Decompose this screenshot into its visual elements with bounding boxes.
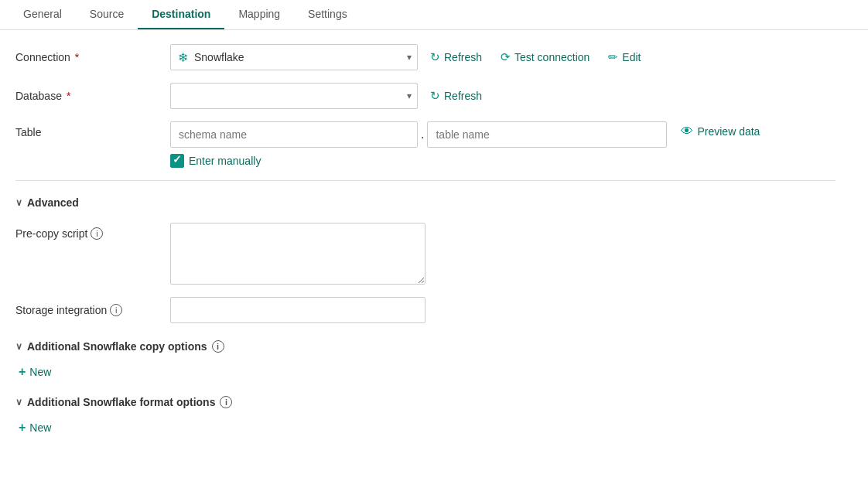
- test-connection-icon: ⟳: [501, 50, 511, 64]
- enter-manually-row: Enter manually: [170, 154, 766, 168]
- database-select[interactable]: [170, 83, 418, 109]
- preview-data-button[interactable]: 👁 Preview data: [675, 121, 766, 142]
- database-refresh-button[interactable]: ↻ Refresh: [424, 86, 488, 106]
- database-label: Database *: [15, 90, 170, 102]
- pre-copy-info-icon: i: [91, 227, 103, 240]
- copy-options-header[interactable]: ∨ Additional Snowflake copy options i: [15, 336, 836, 357]
- copy-options-chevron-icon: ∨: [15, 341, 22, 352]
- advanced-chevron-icon: ∨: [15, 197, 22, 208]
- connection-refresh-button[interactable]: ↻ Refresh: [424, 47, 488, 67]
- format-options-add-row: + New: [19, 418, 836, 438]
- tab-bar: General Source Destination Mapping Setti…: [0, 0, 868, 30]
- table-label: Table: [15, 121, 170, 138]
- connection-select-wrapper: ❄ Snowflake ▾: [170, 44, 418, 70]
- refresh-icon: ↻: [430, 50, 440, 64]
- connection-select[interactable]: Snowflake: [170, 44, 418, 70]
- format-options-section: ∨ Additional Snowflake format options i …: [15, 391, 836, 438]
- copy-options-section: ∨ Additional Snowflake copy options i + …: [15, 336, 836, 382]
- database-controls: ▾ ↻ Refresh: [170, 83, 488, 109]
- enter-manually-label[interactable]: Enter manually: [189, 155, 261, 167]
- tab-general[interactable]: General: [9, 0, 76, 29]
- format-options-new-button[interactable]: + New: [19, 418, 57, 438]
- test-connection-button[interactable]: ⟳ Test connection: [494, 47, 596, 67]
- advanced-section: ∨ Advanced Pre-copy script i Storage int…: [15, 192, 836, 438]
- table-name-input[interactable]: [427, 121, 667, 148]
- advanced-header[interactable]: ∨ Advanced: [15, 192, 836, 213]
- format-options-plus-icon: +: [19, 421, 26, 435]
- storage-integration-info-icon: i: [110, 304, 122, 316]
- tab-source[interactable]: Source: [76, 0, 138, 29]
- table-controls: . 👁 Preview data Enter manually: [170, 121, 766, 168]
- tab-destination[interactable]: Destination: [138, 0, 224, 29]
- pre-copy-row: Pre-copy script i: [15, 223, 836, 285]
- database-row: Database * ▾ ↻ Refresh: [15, 83, 836, 109]
- database-required: *: [67, 90, 70, 102]
- table-inputs-row: . 👁 Preview data: [170, 121, 766, 148]
- tab-mapping[interactable]: Mapping: [224, 0, 294, 29]
- main-content: Connection * ❄ Snowflake ▾ ↻ Refresh ⟳ T…: [0, 30, 851, 456]
- copy-options-info-icon: i: [212, 340, 224, 353]
- database-select-wrapper: ▾: [170, 83, 418, 109]
- storage-integration-row: Storage integration i: [15, 297, 836, 323]
- pre-copy-label: Pre-copy script i: [15, 223, 170, 240]
- section-divider: [15, 180, 836, 181]
- dot-separator: .: [418, 121, 427, 148]
- format-options-info-icon: i: [220, 396, 232, 408]
- copy-options-new-button[interactable]: + New: [19, 362, 57, 382]
- connection-required: *: [75, 51, 79, 63]
- preview-icon: 👁: [681, 125, 693, 138]
- edit-icon: ✏: [608, 50, 618, 64]
- table-row: Table . 👁 Preview data Enter manually: [15, 121, 836, 168]
- format-options-header[interactable]: ∨ Additional Snowflake format options i: [15, 391, 836, 413]
- format-options-chevron-icon: ∨: [15, 397, 22, 408]
- edit-connection-button[interactable]: ✏ Edit: [602, 47, 647, 67]
- connection-controls: ❄ Snowflake ▾ ↻ Refresh ⟳ Test connectio…: [170, 44, 647, 70]
- connection-label: Connection *: [15, 51, 170, 63]
- pre-copy-script-input[interactable]: [170, 223, 425, 285]
- copy-options-plus-icon: +: [19, 365, 26, 379]
- schema-name-input[interactable]: [170, 121, 418, 148]
- enter-manually-checkbox[interactable]: [170, 154, 184, 168]
- tab-settings[interactable]: Settings: [294, 0, 361, 29]
- connection-row: Connection * ❄ Snowflake ▾ ↻ Refresh ⟳ T…: [15, 44, 836, 70]
- database-refresh-icon: ↻: [430, 89, 440, 103]
- storage-integration-label: Storage integration i: [15, 304, 170, 316]
- storage-integration-input[interactable]: [170, 297, 425, 323]
- copy-options-add-row: + New: [19, 362, 836, 382]
